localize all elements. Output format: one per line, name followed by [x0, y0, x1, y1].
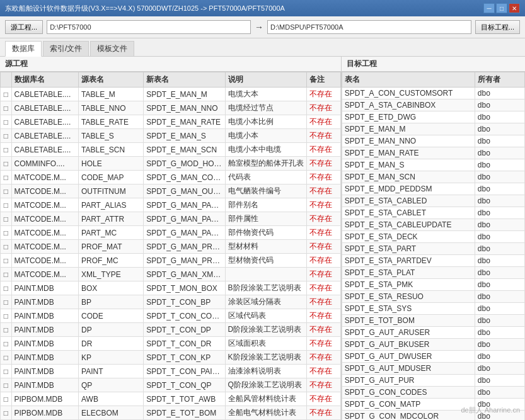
table-cell: SPDT_E_MAN_M [342, 123, 475, 135]
table-row[interactable]: SPDT_E_STA_CABLEUPDATEdbo [342, 219, 524, 231]
table-cell: dbo [475, 291, 524, 303]
row-checkbox[interactable]: □ [1, 157, 12, 171]
table-row[interactable]: SPDT_E_STA_CABLEDdbo [342, 195, 524, 207]
source-path-input[interactable] [47, 20, 251, 34]
target-browse-button[interactable]: 目标工程... [475, 20, 520, 34]
table-row[interactable]: SPDT_E_MDD_PEDDSMdbo [342, 183, 524, 195]
table-row[interactable]: SPDT_E_STA_SYSdbo [342, 303, 524, 315]
table-row[interactable]: SPDT_E_MAN_RATEdbo [342, 147, 524, 159]
target-table-container[interactable]: 表名 所有者 SPDT_A_CON_CUSTOMSORTdboSPDT_A_ST… [342, 72, 525, 420]
table-row[interactable]: SPDT_G_AUT_BKUSERdbo [342, 339, 524, 351]
row-checkbox[interactable]: □ [1, 88, 12, 101]
table-row[interactable]: □PIPBOM.MDBAWBSPDT_T_TOT_AWB全船风管材料统计表不存在 [1, 392, 341, 406]
tab-index-file[interactable]: 索引/文件 [43, 41, 89, 56]
table-row[interactable]: SPDT_E_STA_PARTDEVdbo [342, 255, 524, 267]
table-row[interactable]: □PAINT.MDBDRSPDT_T_CON_DR区域面积表不存在 [1, 337, 341, 351]
row-checkbox[interactable]: □ [1, 309, 12, 323]
row-checkbox[interactable]: □ [1, 101, 12, 115]
row-checkbox[interactable]: □ [1, 295, 12, 309]
table-row[interactable]: SPDT_G_AUT_ARUSERdbo [342, 327, 524, 339]
table-cell: 部件属性 [225, 212, 306, 226]
table-row[interactable]: SPDT_E_MAN_SCNdbo [342, 171, 524, 183]
table-row[interactable]: □PAINT.MDBKPSPDT_T_CON_KPK阶段涂装工艺说明表不存在 [1, 351, 341, 365]
minimize-button[interactable]: ─ [483, 3, 495, 13]
table-row[interactable]: SPDT_E_STA_DECKdbo [342, 231, 524, 243]
table-cell: 不存在 [306, 198, 340, 212]
table-row[interactable]: □PAINT.MDBPAINTSPDT_T_CON_PAINT油漆涂料说明表不存… [1, 365, 341, 378]
row-checkbox[interactable]: □ [1, 226, 12, 240]
table-cell: SPDT_G_MOD_HOLE [144, 157, 225, 171]
source-table-container[interactable]: 数据库名 源表名 新表名 说明 备注 □CABLETABLE....TABLE_… [0, 72, 341, 420]
row-checkbox[interactable]: □ [1, 143, 12, 157]
table-row[interactable]: □MATCODE.M...OUTFITNUMSPDT_G_MAN_OUTFIT.… [1, 184, 341, 198]
source-browse-button[interactable]: 源工程... [5, 20, 43, 34]
table-cell: 全船电气材料统计表 [225, 406, 306, 420]
table-row[interactable]: □CABLETABLE....TABLE_SSPDT_E_MAN_S电缆小本不存… [1, 129, 341, 143]
table-row[interactable]: □CABLETABLE....TABLE_NNOSPDT_E_MAN_NNO电缆… [1, 101, 341, 115]
table-row[interactable]: □MATCODE.M...CODE_MAPSPDT_G_MAN_CODE...代… [1, 171, 341, 184]
table-row[interactable]: □MATCODE.M...XML_TYPESPDT_G_MAN_XMLTYPE不… [1, 268, 341, 281]
row-checkbox[interactable]: □ [1, 115, 12, 129]
row-checkbox[interactable]: □ [1, 323, 12, 337]
table-row[interactable]: SPDT_E_STA_CABLETdbo [342, 207, 524, 219]
row-checkbox[interactable]: □ [1, 365, 12, 378]
table-row[interactable]: □MATCODE.M...PART_ATTRSPDT_G_MAN_PARTAT.… [1, 212, 341, 226]
row-checkbox[interactable]: □ [1, 351, 12, 365]
source-table-body: □CABLETABLE....TABLE_MSPDT_E_MAN_M电缆大本不存… [1, 88, 341, 421]
table-row[interactable]: □COMMINFO....HOLESPDT_G_MOD_HOLE舱室模型的船体开… [1, 157, 341, 171]
header-check [1, 72, 12, 88]
table-row[interactable]: SPDT_E_STA_PMKdbo [342, 279, 524, 291]
table-row[interactable]: □MATCODE.M...PART_ALIASSPDT_G_MAN_PARTAL… [1, 198, 341, 212]
table-row[interactable]: □PAINT.MDBQPSPDT_T_CON_QPQ阶段涂装工艺说明表不存在 [1, 378, 341, 392]
table-row[interactable]: SPDT_E_STA_PLATdbo [342, 267, 524, 279]
table-row[interactable]: SPDT_G_AUT_PURdbo [342, 375, 524, 387]
table-row[interactable]: □MATCODE.M...PROF_MCSPDT_G_MAN_PROFMC型材物… [1, 254, 341, 268]
row-checkbox[interactable]: □ [1, 392, 12, 406]
table-row[interactable]: SPDT_E_TOT_BOMdbo [342, 315, 524, 327]
table-row[interactable]: SPDT_E_STA_RESUOdbo [342, 291, 524, 303]
target-path-input[interactable] [267, 20, 471, 34]
maximize-button[interactable]: □ [496, 3, 507, 13]
row-checkbox[interactable]: □ [1, 240, 12, 254]
row-checkbox[interactable]: □ [1, 212, 12, 226]
tab-database[interactable]: 数据库 [5, 41, 42, 57]
table-row[interactable]: □PAINT.MDBCODESPDT_T_CON_CODE区域代码表不存在 [1, 309, 341, 323]
table-row[interactable]: SPDT_G_AUT_DWUSERdbo [342, 351, 524, 363]
table-cell: 电缆小本中电缆 [225, 143, 306, 157]
row-checkbox[interactable]: □ [1, 184, 12, 198]
table-cell: dbo [475, 279, 524, 291]
table-row[interactable]: □PAINT.MDBBPSPDT_T_CON_BP涂装区域分隔表不存在 [1, 295, 341, 309]
table-row[interactable]: SPDT_G_CON_CODESdbo [342, 387, 524, 399]
close-button[interactable]: ✕ [509, 3, 520, 13]
row-checkbox[interactable]: □ [1, 337, 12, 351]
table-row[interactable]: □CABLETABLE....TABLE_SCNSPDT_E_MAN_SCN电缆… [1, 143, 341, 157]
table-row[interactable]: □MATCODE.M...PROF_MATSPDT_G_MAN_PROFM...… [1, 240, 341, 254]
table-row[interactable]: □CABLETABLE....TABLE_RATESPDT_E_MAN_RATE… [1, 115, 341, 129]
table-row[interactable]: □MATCODE.M...PART_MCSPDT_G_MAN_PARTMC部件物… [1, 226, 341, 240]
table-row[interactable]: SPDT_E_ETD_DWGdbo [342, 111, 524, 123]
row-checkbox[interactable]: □ [1, 254, 12, 268]
table-row[interactable]: SPDT_E_STA_PARTdbo [342, 243, 524, 255]
table-row[interactable]: SPDT_E_MAN_Sdbo [342, 159, 524, 171]
table-row[interactable]: SPDT_E_MAN_NNOdbo [342, 135, 524, 147]
table-row[interactable]: SPDT_A_STA_CABINBOXdbo [342, 99, 524, 111]
row-checkbox[interactable]: □ [1, 268, 12, 281]
table-cell: dbo [475, 171, 524, 183]
table-row[interactable]: □PIPBOM.MDBELECBOMSPDT_E_TOT_BOM全船电气材料统计… [1, 406, 341, 420]
table-cell: SPDT_G_MAN_PARTAL... [144, 198, 225, 212]
row-checkbox[interactable]: □ [1, 198, 12, 212]
table-row[interactable]: SPDT_G_AUT_MDUSERdbo [342, 363, 524, 375]
row-checkbox[interactable]: □ [1, 406, 12, 420]
arrow-icon: → [255, 22, 263, 32]
table-row[interactable]: SPDT_E_MAN_Mdbo [342, 123, 524, 135]
table-row[interactable]: □CABLETABLE....TABLE_MSPDT_E_MAN_M电缆大本不存… [1, 88, 341, 101]
table-cell: dbo [475, 267, 524, 279]
table-row[interactable]: SPDT_A_CON_CUSTOMSORTdbo [342, 88, 524, 99]
row-checkbox[interactable]: □ [1, 129, 12, 143]
row-checkbox[interactable]: □ [1, 281, 12, 295]
row-checkbox[interactable]: □ [1, 378, 12, 392]
table-row[interactable]: □PAINT.MDBBOXSPDT_T_MON_BOXB阶段涂装工艺说明表不存在 [1, 281, 341, 295]
row-checkbox[interactable]: □ [1, 171, 12, 184]
table-row[interactable]: □PAINT.MDBDPSPDT_T_CON_DPD阶段涂装工艺说明表不存在 [1, 323, 341, 337]
tab-template-file[interactable]: 模板文件 [90, 41, 134, 56]
